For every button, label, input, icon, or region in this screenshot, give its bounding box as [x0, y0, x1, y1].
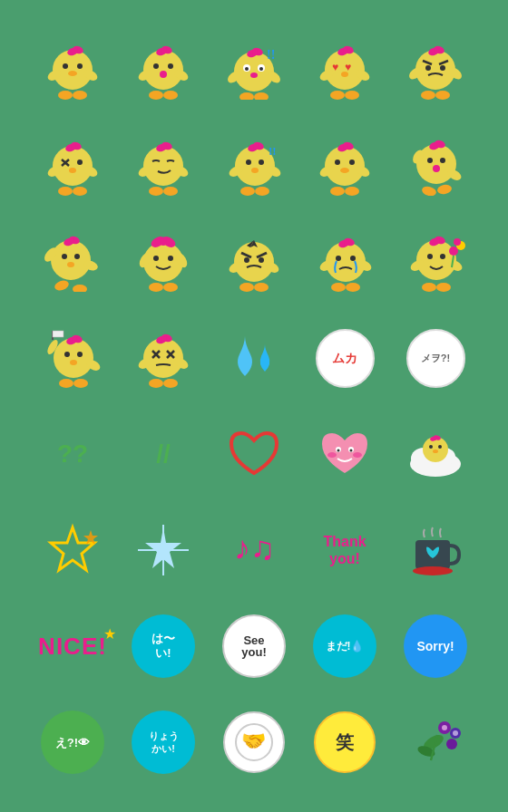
sticker-cell-37[interactable]: りょうかい!: [118, 694, 209, 790]
sticker-cell-1[interactable]: [27, 22, 118, 118]
svg-point-54: [425, 65, 431, 71]
sticker-cell-29[interactable]: Thank you!: [299, 502, 390, 598]
sticker-cell-14[interactable]: [299, 214, 390, 310]
sticker-cell-8[interactable]: !!: [209, 118, 299, 214]
sticker-cell-39[interactable]: 笑: [299, 694, 390, 790]
sticker-cell-10[interactable]: [390, 118, 481, 214]
sticker-cell-26[interactable]: [27, 502, 118, 598]
sticker-cell-33[interactable]: Seeyou!: [209, 598, 299, 694]
sticker-cell-15[interactable]: [390, 214, 481, 310]
svg-point-142: [259, 257, 264, 263]
svg-point-13: [143, 50, 183, 90]
svg-point-59: [58, 187, 73, 196]
svg-point-160: [427, 254, 433, 259]
svg-point-61: [53, 146, 93, 186]
svg-point-135: [254, 283, 269, 292]
svg-point-70: [71, 144, 76, 150]
heart-pink-face: [318, 428, 372, 480]
sticker-cell-5[interactable]: [390, 22, 481, 118]
sticker-cell-18[interactable]: [209, 310, 299, 406]
bubble-seeyou: Seeyou!: [222, 614, 286, 678]
svg-point-133: [160, 238, 167, 246]
sticker-cell-32[interactable]: は〜い!: [118, 598, 209, 694]
svg-text:♥: ♥: [345, 61, 351, 73]
sticker-cell-24[interactable]: [299, 406, 390, 502]
svg-point-154: [344, 240, 349, 246]
svg-text:🤝: 🤝: [241, 729, 267, 753]
svg-point-36: [330, 91, 345, 100]
handshake: 🤝: [223, 711, 285, 773]
svg-point-92: [345, 187, 359, 196]
sticker-cell-34[interactable]: まだ!💧: [299, 598, 390, 694]
heart-red: [227, 428, 281, 480]
svg-text:♥: ♥: [332, 61, 338, 73]
svg-point-29: [245, 67, 249, 71]
sticker-cell-3[interactable]: !!: [209, 22, 299, 118]
svg-point-55: [440, 65, 445, 71]
svg-point-22: [239, 92, 254, 100]
svg-point-145: [331, 283, 346, 292]
svg-text:!!: !!: [269, 144, 277, 158]
sticker-cell-6[interactable]: [27, 118, 118, 214]
chick-bow-hair: [136, 233, 190, 292]
svg-point-103: [436, 183, 452, 195]
svg-point-90: [253, 144, 259, 150]
svg-point-93: [325, 146, 365, 186]
sticker-cell-20[interactable]: メヲ?!: [390, 310, 481, 406]
bubble-sorry: Sorry!: [404, 614, 467, 678]
svg-point-141: [244, 257, 249, 263]
sticker-cell-2[interactable]: [118, 22, 209, 118]
svg-point-162: [449, 246, 458, 256]
chick-cry: [316, 233, 375, 292]
svg-point-136: [234, 242, 274, 282]
sticker-cell-16[interactable]: [27, 310, 118, 406]
chick-hearts: ♥ ♥: [318, 41, 372, 100]
svg-point-7: [68, 71, 77, 76]
sticker-cell-35[interactable]: Sorry!: [390, 598, 481, 694]
svg-point-198: [327, 452, 337, 458]
sticker-cell-28[interactable]: ♪♫: [209, 502, 299, 598]
sticker-cell-31[interactable]: NICE! ★: [27, 598, 118, 694]
chick-kissy: [136, 41, 190, 100]
svg-point-108: [440, 158, 445, 163]
sticker-cell-30[interactable]: [390, 502, 481, 598]
sticker-cell-17[interactable]: [118, 310, 209, 406]
svg-point-206: [433, 450, 438, 453]
sticker-cell-25[interactable]: [390, 406, 481, 502]
svg-point-157: [416, 240, 456, 280]
sticker-cell-19[interactable]: ムカ: [299, 310, 390, 406]
svg-point-21: [161, 48, 167, 53]
svg-point-85: [259, 160, 264, 165]
sticker-cell-9[interactable]: [299, 118, 390, 214]
sticker-cell-23[interactable]: [209, 406, 299, 502]
svg-point-6: [77, 63, 83, 69]
sticker-cell-38[interactable]: 🤝: [209, 694, 299, 790]
sticker-cell-12[interactable]: [118, 214, 209, 310]
svg-point-37: [345, 91, 359, 100]
svg-point-209: [434, 436, 437, 440]
sticker-cell-27[interactable]: [118, 502, 209, 598]
laugh-bubble: 笑: [314, 711, 376, 773]
thankyou: Thank you!: [323, 533, 366, 567]
sticker-cell-40[interactable]: [390, 694, 481, 790]
sticker-cell-4[interactable]: ♥ ♥: [299, 22, 390, 118]
svg-point-181: [72, 337, 77, 343]
svg-point-199: [353, 452, 362, 458]
sticker-cell-36[interactable]: え?!👁: [27, 694, 118, 790]
sticker-cell-21[interactable]: ??: [27, 406, 118, 502]
sticker-cell-11[interactable]: [27, 214, 118, 310]
slash-marks: //: [156, 441, 171, 467]
bubble-muka: ムカ: [316, 329, 375, 388]
chick-normal: [45, 41, 100, 100]
svg-point-222: [446, 739, 457, 749]
sticker-cell-13[interactable]: [209, 214, 299, 310]
svg-point-102: [420, 185, 436, 196]
svg-point-183: [163, 379, 178, 388]
svg-rect-174: [53, 331, 64, 337]
svg-point-5: [63, 63, 68, 69]
sticker-cell-22[interactable]: //: [118, 406, 209, 502]
cloud-chick: [404, 430, 467, 479]
bubble-mada: まだ!💧: [313, 614, 376, 678]
sticker-cell-7[interactable]: [118, 118, 209, 214]
svg-point-60: [73, 187, 87, 196]
